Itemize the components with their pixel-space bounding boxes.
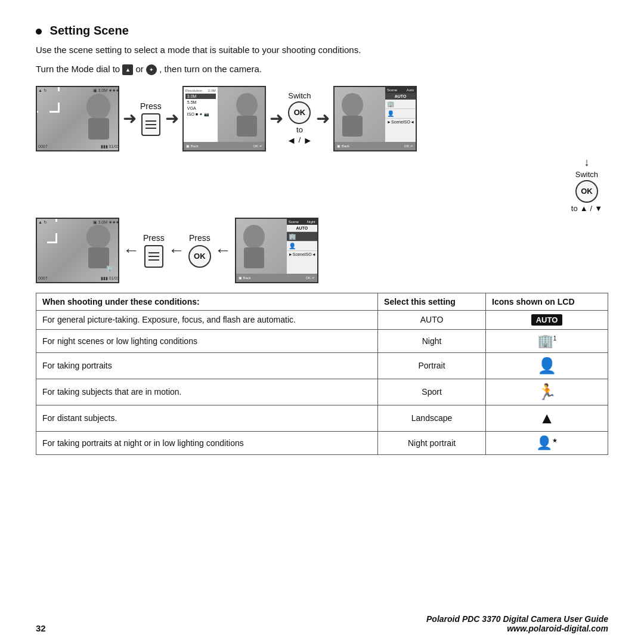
svg-rect-5 [342,116,363,137]
condition-landscape: For distant subjects. [36,405,378,431]
switch-label-2: Switch [575,170,598,179]
conditions-table: When shooting under these conditions: Se… [36,293,608,455]
svg-rect-9 [244,247,264,268]
scene-iso-row-2: ►SceneISO◄ [287,251,317,258]
menu-button-icon-2 [144,245,163,268]
menu-button-icon [141,113,160,136]
ok-button-2: OK [575,180,598,203]
icon-portrait: 👤 [486,352,608,379]
table-row: For general picture-taking. Exposure, fo… [36,310,608,329]
condition-night: For night scenes or low lighting conditi… [36,329,378,352]
arrow-left-2: ← [168,241,185,260]
to-updown: to ▲ / ▼ [571,204,602,213]
table-header-condition: When shooting under these conditions: [36,293,378,310]
bullet-icon [36,29,42,35]
svg-point-8 [243,225,265,249]
icon-night: 🏢1 [486,329,608,352]
nav-arrows-1: ◄ / ► [287,135,312,146]
press-ok-group: Press OK [188,233,211,268]
night-item: 🏢 [287,232,317,242]
press-label-1: Press [140,101,162,111]
scene-panel-2: SceneNight AUTO 🏢 👤 ►SceneISO◄ [286,219,317,275]
face-graphic-5 [239,224,269,268]
res-3m: 3.0M [185,94,216,99]
res-icons: ISO■✦📷 [185,112,216,117]
arrow-right-4: ➜ [316,109,330,128]
website: www.polaroid-digital.com [426,624,608,633]
page-number: 32 [36,623,46,633]
svg-point-6 [86,225,110,249]
night-indicator: 🏢 [106,265,113,271]
cam-bottom-1: 0007 ▮▮▮ 01/01 [38,144,119,149]
condition-night-portrait: For taking portraits at night or in low … [36,431,378,454]
arrow-right-2: ➜ [165,109,179,128]
arrow-right-1: ➜ [123,109,137,128]
diagram-row-1: ▲ ↻ ▣ 3.0M ★★★ [36,86,608,151]
res-panel-header: Resolution3.0M [185,89,216,92]
scene-footer-bar-2: ▣ Back OK ↵ [236,274,317,282]
camera-screen-1: ▲ ↻ ▣ 3.0M ★★★ [36,86,119,151]
press-menu-group-2: Press [143,233,165,268]
scene-screen-2: SceneNight AUTO 🏢 👤 ►SceneISO◄ ▣ Back OK… [235,218,318,283]
switch-label-1: Switch [288,91,311,100]
setting-landscape: Landscape [378,405,486,431]
down-arrow-area: ↓ Switch OK to ▲ / ▼ [36,156,608,213]
svg-rect-3 [237,116,257,137]
scene-iso-row: ►SceneISO◄ [385,119,416,125]
switch-ok-vertical: ↓ Switch OK to ▲ / ▼ [571,156,602,213]
resolution-screen: Resolution3.0M 3.0M 5.5M VGA ISO■✦📷 ▣ Ba… [182,86,266,151]
to-label-1: to [296,125,303,134]
intro-text: Use the scene setting to select a mode t… [36,44,608,57]
face-graphic-3 [338,92,367,137]
scene-footer-bar-1: ▣ Back OK ↵ [335,142,416,150]
cam-bottom-2: 0007 ▮▮▮ 01/01 [38,276,119,281]
arrow-right-3: ➜ [270,109,283,128]
focus-bracket-2 [36,218,57,243]
scene-header-1: SceneAuto [385,87,416,93]
resolution-panel: Resolution3.0M 3.0M 5.5M VGA ISO■✦📷 [184,87,218,144]
setting-auto: AUTO [378,310,486,329]
footer-text: Polaroid PDC 3370 Digital Camera User Gu… [426,614,608,633]
scene-dial-icon: ✦ [146,64,157,75]
table-row: For taking subjects that are in motion. … [36,379,608,405]
doc-title: Polaroid PDC 3370 Digital Camera User Gu… [426,614,608,624]
auto-item: AUTO [385,93,416,100]
table-header-setting: Select this setting [378,293,486,310]
press-label-3: Press [189,233,210,243]
diagrams-section: ▲ ↻ ▣ 3.0M ★★★ [36,86,608,283]
press-label-2: Press [143,233,165,243]
table-row: For distant subjects. Landscape ▲ [36,405,608,431]
table-row: For night scenes or low lighting conditi… [36,329,608,352]
table-row: For taking portraits Portrait 👤 [36,352,608,379]
slash-label: / [299,135,301,146]
ok-button-3: OK [188,245,211,268]
building-icon-item: 🏢 [385,100,416,109]
arrow-left-1: ← [123,241,140,260]
page-title: Setting Scene [36,24,608,38]
setting-night-portrait: Night portrait [378,431,486,454]
setting-sport: Sport [378,379,486,405]
press-menu-group: Press [140,101,162,136]
auto-badge: AUTO [531,314,563,326]
page-footer: 32 Polaroid PDC 3370 Digital Camera User… [36,614,608,633]
diagram-row-2: ▲ ↻ ▣ 3.0M ★★★ 🏢 [36,218,608,283]
focus-bracket-1 [36,86,60,113]
camera-screen-2: ▲ ↻ ▣ 3.0M ★★★ 🏢 [36,218,119,283]
person-icon-item-2: 👤 [287,242,317,251]
res-55m: 5.5M [185,100,216,105]
condition-auto: For general picture-taking. Exposure, fo… [36,310,378,329]
scene-screen-1: SceneAuto AUTO 🏢 👤 ►SceneISO◄ ▣ Back OK … [333,86,417,151]
auto-item-2: AUTO [287,225,317,232]
ok-button-1: OK [288,101,311,124]
mode-line: Turn the Mode dial to ▲ or ✦ , then turn… [36,62,608,76]
svg-rect-1 [88,118,109,140]
face-graphic-1 [82,92,115,140]
icon-auto: AUTO [486,310,608,329]
scene-panel-1: SceneAuto AUTO 🏢 👤 ►SceneISO◄ [385,87,416,144]
icon-night-portrait: 👤★ [486,431,608,454]
icon-sport: 🏃 [486,379,608,405]
person-icon-item: 👤 [385,109,416,119]
svg-point-4 [342,93,363,117]
condition-sport: For taking subjects that are in motion. [36,379,378,405]
mode-dial-icon: ▲ [122,64,133,75]
